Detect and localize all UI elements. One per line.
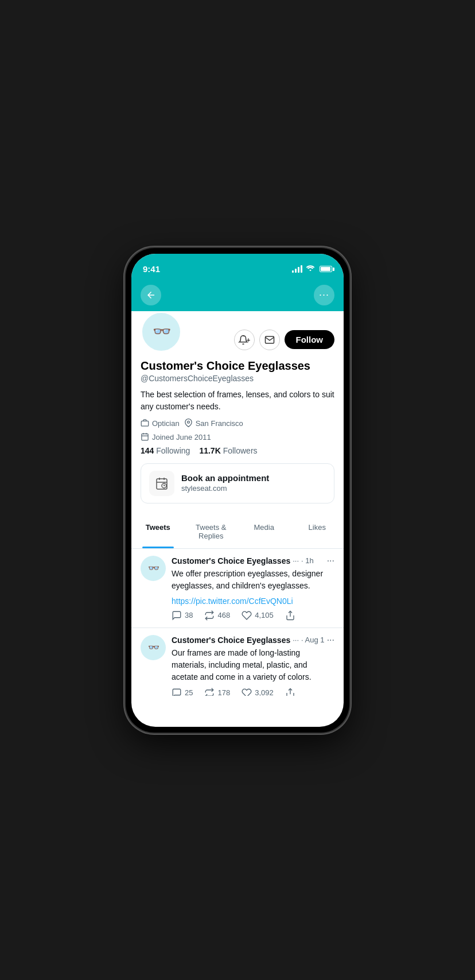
- share-action[interactable]: [285, 688, 295, 696]
- svg-point-3: [187, 421, 189, 423]
- more-button[interactable]: ···: [314, 285, 334, 305]
- status-icons: [292, 264, 332, 274]
- like-action[interactable]: 4,105: [242, 610, 274, 621]
- occupation-meta: Optician: [141, 419, 180, 429]
- comment-action[interactable]: 25: [172, 688, 193, 696]
- message-button[interactable]: [259, 330, 280, 350]
- retweet-action[interactable]: 468: [204, 610, 230, 621]
- glasses-logo-icon: 👓: [153, 323, 170, 340]
- back-button[interactable]: [141, 285, 161, 305]
- status-time: 9:41: [143, 264, 160, 274]
- following-stat[interactable]: 144 Following: [141, 446, 190, 455]
- tweet-item: 👓 Customer's Choice Eyeglasses ··· · 1h …: [131, 549, 344, 628]
- profile-bio: The best selection of frames, lenses, an…: [141, 389, 334, 413]
- avatar: 👓: [141, 311, 182, 353]
- appointment-card[interactable]: Book an appointment styleseat.com: [141, 463, 334, 503]
- tweet-more-icon[interactable]: ···: [327, 635, 334, 645]
- joined-item: Joined June 2011: [141, 432, 211, 443]
- tweet-actions: 25 178 3,092: [172, 688, 334, 696]
- tweet-avatar[interactable]: 👓: [141, 635, 166, 660]
- follow-button[interactable]: Follow: [285, 330, 335, 349]
- header-bar: ···: [131, 279, 344, 311]
- tweet-header: Customer's Choice Eyeglasses ··· · Aug 1…: [172, 635, 334, 645]
- svg-rect-4: [142, 433, 148, 440]
- tweet-glasses-icon: 👓: [148, 563, 158, 574]
- profile-meta: Optician San Francisco: [141, 419, 334, 429]
- comment-action[interactable]: 38: [172, 610, 193, 621]
- tab-media[interactable]: Media: [238, 515, 291, 548]
- tweets-list: 👓 Customer's Choice Eyeglasses ··· · 1h …: [131, 549, 344, 696]
- tab-likes[interactable]: Likes: [291, 515, 344, 548]
- action-buttons: + Follow: [234, 330, 335, 350]
- joined-meta: Joined June 2011: [141, 432, 334, 443]
- tweet-item: 👓 Customer's Choice Eyeglasses ··· · Aug…: [131, 628, 344, 696]
- tab-tweets-replies[interactable]: Tweets & Replies: [185, 515, 238, 548]
- calendar-icon: [141, 432, 149, 443]
- wifi-icon: [306, 264, 315, 274]
- follow-stats: 144 Following 11.7K Followers: [141, 446, 334, 455]
- tweet-link[interactable]: https://pic.twitter.com/CcfEvQN0Li: [172, 596, 334, 606]
- avatar-row: 👓 +: [141, 311, 334, 353]
- profile-name: Customer's Choice Eyeglasses: [141, 359, 334, 373]
- tab-tweets[interactable]: Tweets: [131, 515, 185, 548]
- tweet-header: Customer's Choice Eyeglasses ··· · 1h ··…: [172, 556, 334, 566]
- more-dots-icon: ···: [319, 289, 329, 301]
- tweet-glasses-icon: 👓: [148, 642, 158, 653]
- signal-icon: [292, 265, 302, 273]
- appointment-text: Book an appointment styleseat.com: [181, 473, 269, 493]
- tweet-actions: 38 468 4,105: [172, 610, 334, 621]
- tweet-author-line: Customer's Choice Eyeglasses ··· · Aug 1: [172, 636, 325, 645]
- svg-rect-2: [141, 421, 149, 426]
- notify-button[interactable]: +: [234, 330, 255, 350]
- tweet-more-icon[interactable]: ···: [327, 556, 334, 566]
- share-action[interactable]: [285, 610, 295, 621]
- battery-icon: [320, 266, 332, 272]
- profile-section: 👓 +: [131, 311, 344, 515]
- appointment-icon: [149, 471, 174, 496]
- location-meta: San Francisco: [184, 419, 243, 429]
- tweet-text: We offer prescription eyeglasses, design…: [172, 568, 334, 592]
- tweet-text: Our frames are made of long-lasting mate…: [172, 647, 334, 683]
- joined-text: Joined June 2011: [152, 433, 211, 441]
- tweet-content: Customer's Choice Eyeglasses ··· · 1h ··…: [172, 556, 334, 621]
- tweet-author-line: Customer's Choice Eyeglasses ··· · 1h: [172, 556, 314, 565]
- retweet-action[interactable]: 178: [204, 688, 230, 696]
- occupation-text: Optician: [152, 419, 180, 428]
- location-text: San Francisco: [196, 419, 243, 428]
- tabs-bar: Tweets Tweets & Replies Media Likes: [131, 515, 344, 549]
- briefcase-icon: [141, 419, 149, 429]
- tweet-content: Customer's Choice Eyeglasses ··· · Aug 1…: [172, 635, 334, 696]
- like-action[interactable]: 3,092: [242, 688, 274, 696]
- tweet-avatar[interactable]: 👓: [141, 556, 166, 581]
- location-icon: [184, 419, 193, 429]
- followers-stat[interactable]: 11.7K Followers: [199, 446, 257, 455]
- profile-handle: @CustomersChoiceEyeglasses: [141, 374, 334, 383]
- status-bar: 9:41: [131, 254, 344, 279]
